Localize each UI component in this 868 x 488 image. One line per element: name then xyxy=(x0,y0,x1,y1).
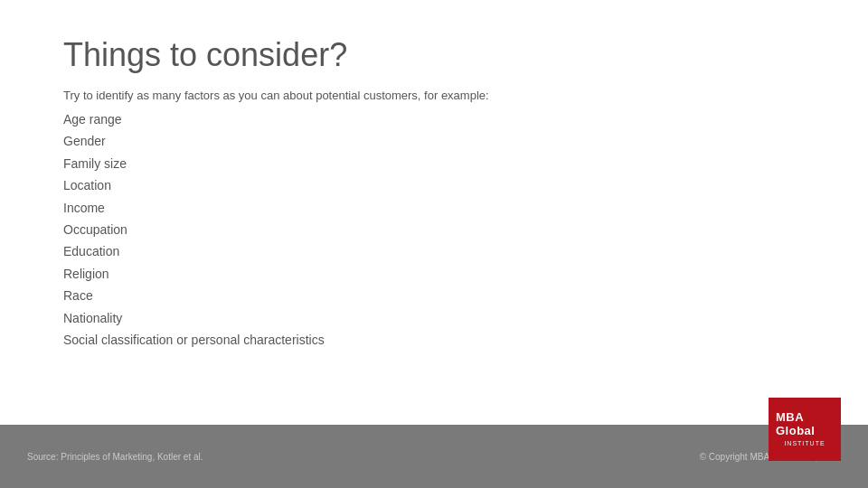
footer-source: Source: Principles of Marketing, Kotler … xyxy=(27,452,203,462)
list-item: Occupation xyxy=(63,220,805,239)
slide-title: Things to consider? xyxy=(63,36,805,74)
list-item: Income xyxy=(63,198,805,218)
list-item: Family size xyxy=(63,154,805,174)
list-item: Race xyxy=(63,286,805,305)
main-content: Things to consider? Try to identify as m… xyxy=(0,0,868,425)
list-item: Nationality xyxy=(63,308,805,328)
list-item: Location xyxy=(63,175,805,195)
slide: Things to consider? Try to identify as m… xyxy=(0,0,868,488)
subtitle: Try to identify as many factors as you c… xyxy=(63,89,805,102)
logo-sub: Institute xyxy=(784,439,825,447)
list-items: Age rangeGenderFamily sizeLocationIncome… xyxy=(63,109,805,350)
list-item: Education xyxy=(63,241,805,261)
list-item: Social classification or personal charac… xyxy=(63,330,805,350)
logo-box: MBA Global Institute xyxy=(769,398,841,461)
footer: Source: Principles of Marketing, Kotler … xyxy=(0,425,868,488)
list-item: Gender xyxy=(63,131,805,151)
logo-main: MBA Global xyxy=(776,410,834,437)
list-item: Age range xyxy=(63,109,805,129)
list-item: Religion xyxy=(63,264,805,284)
